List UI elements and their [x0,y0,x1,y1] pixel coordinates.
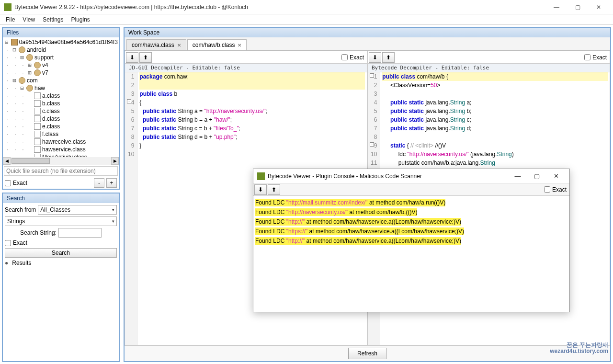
left-editor-title: JD-GUI Decompiler - Editable: false [125,64,367,72]
tree-expander-icon[interactable]: ⊞ [27,62,33,68]
tree-expander-icon[interactable]: ⊞ [27,69,33,76]
files-exact-label: Exact [13,180,27,186]
tree-node[interactable]: ···⊞v4 [4,61,118,69]
maximize-button[interactable]: ▢ [567,0,588,14]
tree-node[interactable]: ···d.class [4,115,118,123]
class-icon [34,146,41,153]
console-output[interactable]: Found LDC "http://mail.summitz.com/index… [253,196,569,312]
tree-expand-button[interactable]: + [106,178,117,188]
tree-node[interactable]: ··⊟haw [4,84,118,92]
bullet-icon: ● [5,260,8,266]
close-button[interactable]: ✕ [588,0,609,14]
scroll-left-icon[interactable]: ◀ [3,157,11,165]
tree-expander-icon[interactable]: ⊟ [11,46,17,53]
left-exact-checkbox[interactable] [341,54,348,60]
pkg-icon [26,54,33,61]
minimize-button[interactable]: — [546,0,567,14]
tree-label: f.class [42,131,58,137]
close-icon[interactable]: ✕ [238,43,241,48]
tree-node[interactable]: ···⊞v7 [4,69,118,77]
window-controls: — ▢ ✕ [546,0,609,14]
class-icon [34,100,41,107]
editor-tabs: com/haw/a.class✕com/haw/b.class✕ [125,37,610,51]
files-tree[interactable]: ⊟0a95154943ae08be64a564c61d1f64f3·⊟andro… [3,37,119,157]
upload-icon: ⬆ [386,54,391,61]
menubar: File View Settings Plugins [0,14,613,25]
class-icon [34,154,41,157]
tree-node[interactable]: ···b.class [4,100,118,107]
tab-label: com/haw/b.class [193,42,235,48]
search-panel: Search Search from All_Classes ▾ Strings… [2,193,120,362]
tree-node[interactable]: ···a.class [4,92,118,100]
scroll-right-icon[interactable]: ▶ [111,157,119,165]
download-button[interactable]: ⬇ [126,52,138,63]
menu-file[interactable]: File [2,15,19,24]
upload-button[interactable]: ⬆ [382,52,395,63]
editor-tab[interactable]: com/haw/a.class✕ [126,39,186,50]
tree-label: v7 [42,69,48,76]
console-exact-checkbox[interactable] [544,186,550,193]
console-line: Found LDC "http://" at method com/haw/ha… [255,217,568,227]
quick-search-input[interactable] [4,166,118,176]
upload-icon: ⬆ [272,186,276,193]
window-titlebar: Bytecode Viewer 2.9.22 - https://bytecod… [0,0,613,14]
tree-expander-icon[interactable]: ⊟ [11,77,17,84]
tab-label: com/haw/a.class [132,42,174,48]
files-exact-checkbox[interactable] [5,180,11,186]
dialog-titlebar[interactable]: Bytecode Viewer - Plugin Console - Malic… [253,169,569,183]
tree-node[interactable]: ···c.class [4,107,118,115]
class-icon [34,131,41,137]
download-icon: ⬇ [373,54,377,61]
upload-button[interactable]: ⬆ [268,184,280,195]
right-exact-checkbox[interactable] [584,54,590,60]
dialog-close-button[interactable]: ✕ [546,172,566,180]
tree-node[interactable]: ···f.class [4,130,118,138]
tree-label: com [27,77,38,84]
tree-node[interactable]: ··⊟support [4,54,118,61]
editor-tab[interactable]: com/haw/b.class✕ [187,39,247,50]
refresh-button[interactable]: Refresh [348,348,386,359]
search-string-input[interactable] [58,228,102,238]
menu-view[interactable]: View [19,15,39,24]
class-icon [34,138,41,145]
tree-label: hawservice.class [42,146,86,153]
console-line: Found LDC "http://mail.summitz.com/index… [255,198,568,207]
class-icon [34,123,41,130]
tree-expander-icon[interactable]: ⊟ [4,39,10,46]
tree-label: hawreceive.class [42,138,86,145]
search-button[interactable]: Search [5,248,117,258]
download-button[interactable]: ⬇ [254,184,267,195]
class-icon [34,115,41,122]
console-line: Found LDC "http://" at method com/haw/ha… [255,236,568,246]
tree-expander-icon[interactable]: ⊟ [19,85,25,91]
dialog-maximize-button[interactable]: ▢ [527,172,546,180]
tree-h-scrollbar[interactable]: ◀ ▶ [3,157,119,165]
search-exact-label: Exact [13,239,27,246]
tree-collapse-button[interactable]: - [94,178,104,188]
tree-expander-icon[interactable]: ⊟ [19,54,25,61]
tree-node[interactable]: ···e.class [4,123,118,130]
tree-node[interactable]: ⊟0a95154943ae08be64a564c61d1f64f3 [4,38,118,46]
upload-button[interactable]: ⬆ [139,52,152,63]
scroll-thumb[interactable] [11,158,50,164]
search-from-select[interactable]: All_Classes ▾ [38,205,117,215]
menu-settings[interactable]: Settings [39,15,67,24]
tree-node[interactable]: ···hawreceive.class [4,138,118,146]
tree-node[interactable]: ···hawservice.class [4,146,118,153]
tree-node[interactable]: ···MainActivity.class [4,153,118,157]
left-exact-label: Exact [350,54,364,61]
close-icon[interactable]: ✕ [177,43,181,48]
tree-node[interactable]: ·⊟com [4,77,118,84]
search-exact-checkbox[interactable] [5,240,11,246]
pkg-icon [34,69,41,76]
class-icon [34,108,41,114]
tree-label: d.class [42,115,60,122]
tree-node[interactable]: ·⊟android [4,46,118,54]
tree-label: v4 [42,62,48,68]
right-editor-title: Bytecode Decompiler - Editable: false [368,64,610,72]
tree-label: haw [34,85,45,91]
search-type-select[interactable]: Strings ▾ [5,216,117,226]
download-button[interactable]: ⬇ [369,52,381,63]
dialog-minimize-button[interactable]: — [508,172,527,180]
menu-plugins[interactable]: Plugins [68,15,94,24]
